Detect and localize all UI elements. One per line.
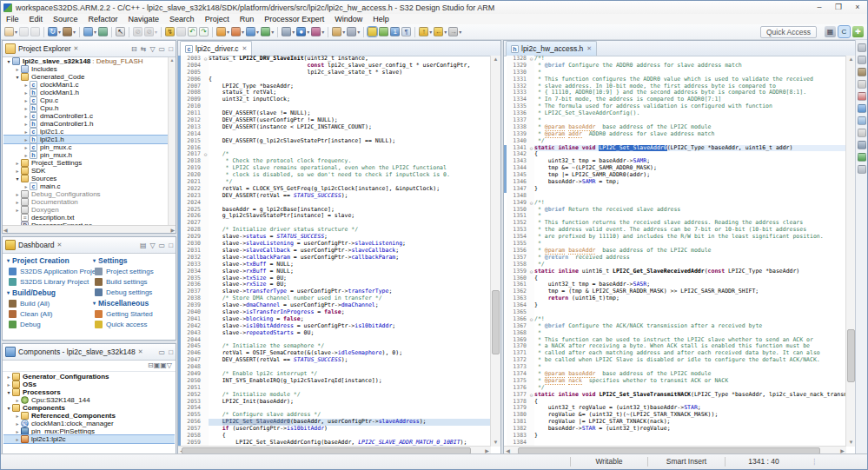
code-line-2054[interactable]: 2054 — [178, 405, 491, 412]
run-icon[interactable]: ●▾ — [296, 27, 309, 36]
tree-item-processors[interactable]: ▾Processors — [3, 388, 175, 396]
new-component-icon[interactable]: ▾ — [231, 27, 244, 36]
code-line-1381[interactable]: 1381 regValue |= LPI2C_STAR_TXNACK(nack)… — [504, 419, 846, 426]
vscroll-thumb[interactable] — [847, 329, 855, 382]
tree-open-arrow-icon[interactable]: ▾ — [14, 175, 21, 182]
code-line-1332[interactable]: 1332 * slave address. In 10-bit mode, th… — [504, 83, 846, 90]
code-line-2051[interactable]: 2051 — [178, 385, 491, 392]
project-explorer-vscrollbar[interactable]: ▲ — [168, 57, 176, 225]
restore-view-4-icon[interactable] — [858, 80, 866, 89]
tree-item-referenced-components[interactable]: ▸Referenced_Components — [3, 412, 175, 420]
new-project-icon[interactable]: ▾ — [216, 27, 229, 36]
code-line-1335[interactable]: 1335 * The formula used for address vali… — [504, 103, 846, 110]
open-perspective-icon[interactable]: ▦ — [825, 26, 836, 37]
restore-view-7-icon[interactable] — [858, 116, 866, 125]
tree-closed-arrow-icon[interactable]: ▸ — [14, 207, 21, 213]
restart-icon[interactable]: ↻▾ — [48, 27, 61, 36]
dropdown-arrow-icon[interactable]: ▾ — [73, 29, 76, 35]
code-line-2045[interactable]: 2045 /* Initialize the semaphore */ — [178, 343, 491, 350]
restore-view-1-icon[interactable] — [858, 43, 866, 52]
build-icon[interactable]: ▾ — [63, 27, 76, 36]
restore-view-6-icon[interactable] — [858, 104, 866, 113]
tree-closed-arrow-icon[interactable]: ▸ — [23, 136, 30, 142]
section-collapse-icon[interactable]: ▾ — [93, 300, 96, 306]
code-line-1333[interactable]: 1333 * { 11110, ADDR0[10:9] } and the se… — [504, 89, 846, 96]
code-line-1371[interactable]: 1371 * called after each matching addres… — [504, 350, 846, 357]
tree-closed-arrow-icon[interactable]: ▸ — [23, 183, 30, 189]
dropdown-arrow-icon[interactable]: ▾ — [256, 29, 259, 35]
code-line-2004[interactable]: 2004 const lpi2c_slave_user_config_t * u… — [178, 63, 491, 70]
code-line-1372[interactable]: 1372 * be called when LPI2C Slave is dis… — [504, 357, 846, 364]
close-icon[interactable]: ✕ — [57, 242, 63, 248]
tree-closed-arrow-icon[interactable]: ▸ — [14, 413, 21, 419]
tab-close-icon[interactable]: ✕ — [586, 45, 592, 52]
vscroll-thumb[interactable] — [492, 290, 500, 354]
dropdown-arrow-icon[interactable]: ▾ — [155, 29, 157, 35]
code-line-2019[interactable]: 2019 * LPI2C slave remains operational, … — [178, 165, 491, 172]
code-line-2010[interactable]: 2010 — [178, 103, 491, 110]
dashboard-link-getting-started[interactable]: Getting Started — [93, 308, 176, 319]
tree-item-pin-mux-pinsettings[interactable]: ▸pin_mux:PinSettings — [3, 427, 175, 435]
tree-item-oss[interactable]: ▸OSs — [3, 381, 175, 388]
menu-file[interactable]: File — [1, 14, 24, 24]
quick-access-button[interactable]: Quick Access — [760, 26, 817, 38]
dropdown-arrow-icon[interactable]: ▾ — [242, 29, 244, 35]
dropdown-arrow-icon[interactable]: ▾ — [357, 29, 360, 35]
code-line-1369[interactable]: 1369 * This function can be used to inst… — [504, 337, 846, 344]
code-line-1359[interactable]: 1359⊖static inline uint16_t LPI2C_Get_Sl… — [504, 268, 846, 275]
code-line-2033[interactable]: 2033 slave->txBuff = NULL; — [178, 261, 491, 268]
import-icon[interactable]: ▤ — [140, 242, 147, 249]
code-line-1376[interactable]: 1376 */ — [504, 385, 846, 392]
dropdown-arrow-icon[interactable]: ▾ — [459, 29, 461, 35]
code-line-1339[interactable]: 1339 * @param addr ADDR0 address for sla… — [504, 131, 846, 138]
code-line-1366[interactable]: 1366⊖/*! — [504, 316, 846, 323]
code-line-1357[interactable]: 1357 * @return received address — [504, 255, 846, 261]
code-line-1367[interactable]: 1367 * @brief Configure the ACK/NACK tra… — [504, 323, 846, 330]
tree-closed-arrow-icon[interactable]: ▸ — [5, 374, 12, 380]
back-history-icon[interactable]: ←▾ — [434, 27, 447, 36]
tree-closed-arrow-icon[interactable]: ▸ — [14, 160, 21, 166]
minimize-button[interactable]: – — [810, 2, 829, 13]
code-line-2050[interactable]: 2050 INT_SYS_EnableIRQ(g_lpi2cSlaveIrqId… — [178, 378, 491, 385]
dashboard-section-project-creation[interactable]: ▾Project Creation — [7, 255, 91, 266]
dropdown-arrow-icon[interactable]: ▾ — [58, 29, 61, 35]
new-source-file-icon[interactable]: ▾ — [83, 27, 96, 36]
dashboard-section-settings[interactable]: ▾Settings — [93, 255, 176, 266]
code-line-1350[interactable]: 1350 * @brief Return the received slave … — [504, 207, 846, 214]
tree-open-arrow-icon[interactable]: ▾ — [5, 389, 12, 395]
view-menu-icon[interactable]: ▽ — [167, 361, 172, 369]
tree-item-lpi2c1-h[interactable]: ▸hlpi2c1.h — [3, 136, 169, 143]
code-line-1331[interactable]: 1331 * This function configures the ADDR… — [504, 76, 846, 83]
tree-item-generator-configurations[interactable]: ▸Generator_Configurations — [3, 373, 175, 381]
code-line-2018[interactable]: 2018 * Check the protocol clock frequenc… — [178, 158, 491, 165]
code-line-2031[interactable]: 2031 slave->slaveCallback = userConfigPt… — [178, 248, 491, 255]
code-line-2053[interactable]: 2053 LPI2C_Init(baseAddr); — [178, 399, 491, 406]
dashboard-link-debug[interactable]: Debug — [7, 319, 91, 329]
collapse-all-icon[interactable]: ⊟ — [148, 361, 154, 369]
skip-all-breakpoints-icon[interactable]: ⊘ — [133, 27, 142, 36]
code-line-2012[interactable]: 2012 DEV_ASSERT(userConfigPtr != NULL); — [178, 117, 491, 124]
new-wizard-icon[interactable]: ▾ — [4, 27, 17, 36]
dropdown-arrow-icon[interactable]: ▾ — [307, 29, 309, 35]
collapse-all-icon[interactable]: ⊟ — [131, 45, 137, 53]
code-line-1352[interactable]: 1352 * This function returns the receive… — [504, 220, 846, 227]
forward-history-icon[interactable]: →▾ — [448, 27, 461, 36]
tree-open-arrow-icon[interactable]: ▾ — [5, 58, 12, 64]
tree-item-clockman1-h[interactable]: ▸hclockMan1.h — [3, 89, 169, 96]
tree-open-arrow-icon[interactable]: ▾ — [5, 405, 12, 411]
tree-item-generated-code[interactable]: ▾Generated_Code — [3, 73, 169, 81]
code-line-1382[interactable]: 1382 baseAddr->STAR = (uint32_t)regValue… — [504, 426, 846, 433]
code-line-1375[interactable]: 1375 * @param nack specifies whether to … — [504, 378, 846, 385]
code-line-1355[interactable]: 1355 * — [504, 241, 846, 248]
code-line-1349[interactable]: 1349⊖/*! — [504, 200, 846, 207]
code-line-1368[interactable]: 1368 * — [504, 330, 846, 337]
menu-search[interactable]: Search — [164, 14, 200, 24]
settings-gear-icon[interactable]: ▾ — [282, 27, 295, 36]
maximize-icon[interactable]: □ — [169, 348, 173, 356]
tree-closed-arrow-icon[interactable]: ▸ — [23, 97, 30, 103]
tree-item-dmacontroller1-c[interactable]: ▸cdmaController1.c — [3, 112, 169, 120]
component-action-icon[interactable]: ▣ — [160, 361, 167, 369]
tree-item-debug-configurations[interactable]: ▸Debug_Configurations — [3, 190, 169, 198]
code-line-1380[interactable]: 1380 regValue &= (uint32_t)(~(LPI2C_STAR… — [504, 412, 846, 419]
project-explorer-tab[interactable]: Project Explorer ✕ — [5, 43, 78, 54]
